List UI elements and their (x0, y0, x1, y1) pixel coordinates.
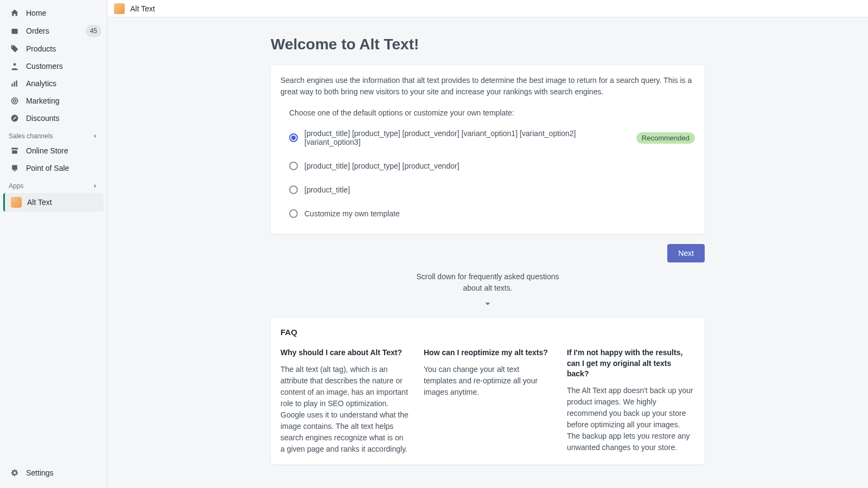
sidebar-item-label: Home (26, 8, 46, 18)
svg-point-2 (14, 63, 16, 66)
faq-item-1: How can I reoptimize my alt texts? You c… (424, 348, 552, 455)
sidebar-item-online-store[interactable]: Online Store (0, 142, 107, 159)
target-icon (10, 96, 20, 106)
faq-item-2: If I'm not happy with the results, can I… (567, 348, 695, 455)
sidebar-item-home[interactable]: Home (0, 4, 107, 22)
pos-icon (10, 163, 20, 173)
sidebar-item-marketing[interactable]: Marketing (0, 92, 107, 110)
radio-label: [product_title] [product_type] [product_… (304, 129, 631, 146)
template-option-2[interactable]: [product_title] (280, 181, 695, 198)
chevron-right-icon (92, 182, 99, 190)
svg-rect-9 (12, 165, 17, 170)
tag-icon (10, 44, 20, 54)
next-button[interactable]: Next (667, 244, 705, 262)
radio-label: Customize my own template (304, 209, 400, 218)
faq-answer: The Alt Text app doesn't back up your pr… (567, 385, 695, 453)
alt-text-app-icon (11, 197, 22, 208)
gear-icon (10, 468, 20, 478)
choose-label: Choose one of the default options or cus… (289, 108, 695, 117)
sidebar-item-point-of-sale[interactable]: Point of Sale (0, 159, 107, 177)
radio-label: [product_title] (304, 185, 350, 194)
topbar-title: Alt Text (130, 4, 155, 13)
sidebar-item-products[interactable]: Products (0, 40, 107, 57)
faq-answer: You can change your alt text templates a… (424, 364, 552, 398)
sidebar-item-label: Customers (26, 61, 63, 72)
chevron-right-icon (92, 132, 99, 140)
sidebar: Home Orders 45 Products Customers Analyt… (0, 0, 107, 488)
recommended-badge: Recommended (636, 132, 695, 144)
faq-item-0: Why should I care about Alt Text? The al… (280, 348, 409, 455)
svg-rect-0 (11, 29, 17, 34)
sidebar-item-label: Settings (26, 467, 54, 478)
sidebar-item-label: Online Store (26, 145, 68, 156)
svg-point-6 (11, 98, 17, 104)
template-option-1[interactable]: [product_title] [product_type] [product_… (280, 157, 695, 175)
faq-heading: FAQ (280, 328, 695, 337)
orders-icon (10, 26, 20, 36)
scroll-hint: Scroll down for frequently asked questio… (406, 271, 569, 294)
template-option-3[interactable]: Customize my own template (280, 205, 695, 222)
sidebar-item-label: Discounts (26, 113, 59, 124)
sidebar-item-discounts[interactable]: Discounts (0, 110, 107, 127)
template-option-0[interactable]: [product_title] [product_type] [product_… (280, 125, 695, 151)
topbar: Alt Text (107, 0, 868, 17)
chevron-down-icon (271, 299, 705, 309)
section-sales-channels[interactable]: Sales channels (0, 127, 107, 142)
sidebar-item-label: Orders (26, 25, 49, 36)
radio-icon (289, 162, 298, 170)
intro-text: Search engines use the information that … (280, 75, 695, 98)
main: Alt Text Welcome to Alt Text! Search eng… (107, 0, 868, 488)
sidebar-item-label: Alt Text (27, 198, 52, 207)
sidebar-item-label: Products (26, 43, 56, 54)
discount-icon (10, 113, 20, 123)
template-card: Search engines use the information that … (271, 65, 705, 234)
orders-badge: 45 (86, 25, 101, 37)
svg-rect-5 (16, 80, 17, 86)
page-title: Welcome to Alt Text! (271, 36, 705, 53)
section-apps[interactable]: Apps (0, 177, 107, 192)
bar-chart-icon (10, 79, 20, 88)
section-label: Sales channels (9, 132, 53, 140)
faq-question: If I'm not happy with the results, can I… (567, 348, 695, 380)
faq-answer: The alt text (alt tag), which is an attr… (280, 364, 409, 455)
svg-rect-3 (11, 84, 12, 87)
section-label: Apps (9, 182, 23, 190)
faq-question: How can I reoptimize my alt texts? (424, 348, 552, 358)
radio-icon (289, 133, 298, 142)
sidebar-item-label: Point of Sale (26, 163, 69, 174)
radio-label: [product_title] [product_type] [product_… (304, 162, 459, 170)
person-icon (10, 61, 20, 71)
radio-icon (289, 209, 298, 218)
svg-point-7 (14, 100, 16, 102)
alt-text-app-icon (114, 3, 125, 14)
sidebar-app-alt-text[interactable]: Alt Text (3, 193, 104, 211)
home-icon (10, 8, 20, 18)
store-icon (10, 146, 20, 156)
svg-rect-4 (14, 82, 15, 87)
faq-question: Why should I care about Alt Text? (280, 348, 409, 358)
sidebar-item-analytics[interactable]: Analytics (0, 75, 107, 92)
sidebar-item-customers[interactable]: Customers (0, 57, 107, 75)
sidebar-item-settings[interactable]: Settings (0, 464, 107, 481)
sidebar-item-orders[interactable]: Orders 45 (0, 22, 107, 40)
sidebar-item-label: Marketing (26, 95, 59, 106)
sidebar-item-label: Analytics (26, 78, 56, 89)
radio-icon (289, 185, 298, 194)
svg-rect-10 (14, 170, 16, 171)
faq-card: FAQ Why should I care about Alt Text? Th… (271, 318, 705, 465)
content-area: Welcome to Alt Text! Search engines use … (107, 17, 868, 488)
